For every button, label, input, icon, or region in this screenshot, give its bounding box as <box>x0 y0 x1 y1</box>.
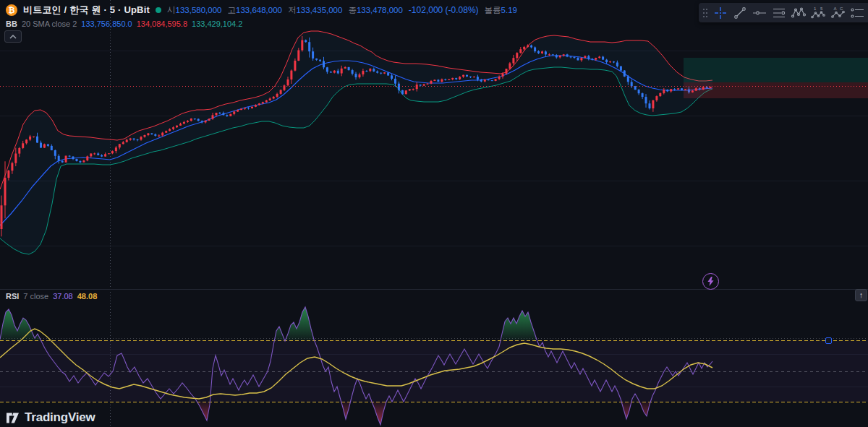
rsi-params: 7 close <box>23 292 48 301</box>
trend-line-icon[interactable] <box>730 3 749 22</box>
symbol-header: ₿ 비트코인 / 한국 원 · 5 · UpBit 시 133,580,000 … <box>6 4 517 17</box>
lightning-icon <box>707 277 715 286</box>
bb-lower-value: 133,429,104.2 <box>192 20 242 28</box>
selection-handle[interactable] <box>825 337 832 344</box>
stat-low: 저 133,435,000 <box>288 5 342 16</box>
position-loss-box[interactable] <box>684 82 868 98</box>
move-pane-up-button[interactable]: ↑ <box>855 289 867 301</box>
xabcd-pattern-icon[interactable] <box>788 3 808 22</box>
horizontal-line-icon[interactable] <box>749 3 769 22</box>
rsi-value: 37.08 <box>53 292 73 301</box>
fib-retracement-icon[interactable] <box>769 3 788 22</box>
open-label: 시 <box>167 5 176 16</box>
svg-text:5: 5 <box>820 7 823 11</box>
abcd-wave-icon[interactable]: AC <box>827 3 847 22</box>
symbol-title[interactable]: 비트코인 / 한국 원 · 5 · UpBit <box>23 4 150 17</box>
elliott-wave-icon[interactable]: 15 <box>808 3 827 22</box>
stat-close: 종 133,478,000 <box>348 5 402 16</box>
bb-params: 20 SMA close 2 <box>22 20 77 28</box>
position-tool-icon[interactable] <box>847 3 867 22</box>
position-profit-box[interactable] <box>684 58 868 82</box>
crosshair-icon[interactable] <box>710 3 730 22</box>
volume-value: 5.19 <box>501 6 517 14</box>
rsi-legend-row[interactable]: RSI 7 close 37.08 48.08 <box>6 292 97 301</box>
open-value: 133,580,000 <box>176 6 222 14</box>
tradingview-logo-text: TradingView <box>25 410 95 425</box>
bb-upper-value: 134,084,595.8 <box>137 20 187 28</box>
bb-fill <box>0 31 712 254</box>
low-label: 저 <box>288 5 297 16</box>
bb-legend-row[interactable]: BB 20 SMA close 2 133,756,850.0 134,084,… <box>6 20 242 28</box>
close-label: 종 <box>348 5 357 16</box>
svg-text:1: 1 <box>814 7 817 11</box>
svg-text:C: C <box>840 7 843 11</box>
tradingview-chart-window: ₿ 비트코인 / 한국 원 · 5 · UpBit 시 133,580,000 … <box>0 0 868 427</box>
change-value: -102,000 (-0.08%) <box>409 5 479 15</box>
lightning-button[interactable] <box>702 273 719 290</box>
chevron-up-icon <box>9 34 17 40</box>
tradingview-logo[interactable]: TradingView <box>6 410 95 425</box>
stat-open: 시 133,580,000 <box>167 5 221 16</box>
high-value: 133,648,000 <box>236 6 282 14</box>
low-value: 133,435,000 <box>296 6 342 14</box>
rsi-name: RSI <box>6 292 19 301</box>
stat-volume: 볼륨 5.19 <box>485 5 517 16</box>
market-open-dot <box>156 7 161 13</box>
bb-name: BB <box>6 20 17 28</box>
toolbar-drag-handle-icon[interactable] <box>700 3 710 22</box>
rsi-ma-value: 48.08 <box>77 292 98 301</box>
stat-high: 고 133,648,000 <box>228 5 282 16</box>
high-label: 고 <box>228 5 237 16</box>
bb-basis-value: 133,756,850.0 <box>81 20 132 28</box>
close-value: 133,478,000 <box>357 6 403 14</box>
svg-text:A: A <box>833 7 836 11</box>
rsi-band-fill <box>0 340 868 402</box>
tradingview-mark-icon <box>6 412 20 424</box>
legend-collapse-button[interactable] <box>4 30 22 43</box>
bitcoin-icon: ₿ <box>6 4 17 16</box>
floating-drawing-toolbar: 15AC <box>699 3 868 22</box>
volume-label: 볼륨 <box>485 5 501 16</box>
